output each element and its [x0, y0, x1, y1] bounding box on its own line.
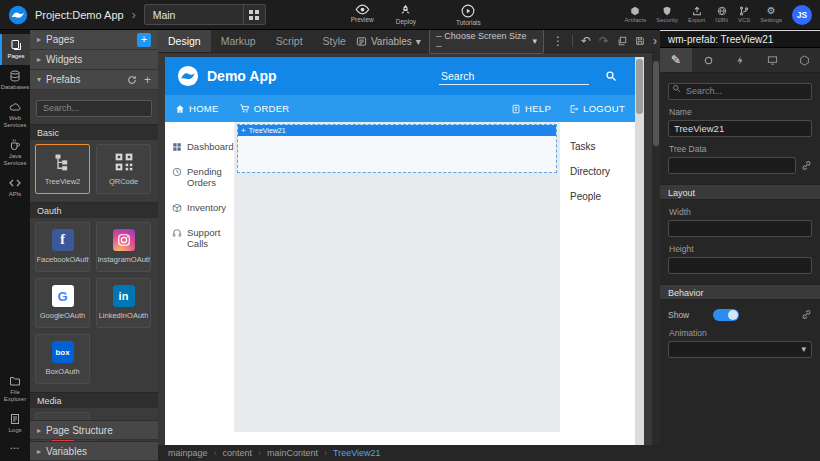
expand-node-icon[interactable]: + [241, 127, 246, 135]
preview-button[interactable]: Preview [351, 4, 374, 23]
page-selector-dropdown[interactable]: Main [144, 4, 266, 25]
page-content-area[interactable]: + TreeView21 [235, 122, 559, 432]
name-field[interactable] [668, 120, 812, 137]
accordion-pages[interactable]: ▸ Pages + [30, 30, 158, 50]
user-avatar[interactable]: JS [792, 5, 812, 25]
prefab-card-treeview2[interactable]: TreeView2 [35, 144, 90, 194]
nav-order[interactable]: ORDER [239, 103, 290, 114]
canvas-scrollbar-thumb[interactable] [636, 59, 643, 114]
prefab-search-input[interactable] [36, 100, 152, 117]
breadcrumb-item-treeview21[interactable]: TreeView21 [333, 448, 381, 458]
design-surface: Demo App Search HOME ORDER HELP [158, 53, 660, 445]
accordion-variables[interactable]: ▸ Variables [30, 441, 158, 461]
prefab-card-facebookoauth[interactable]: f FacebookOAuth [35, 222, 90, 272]
breadcrumb-item-content[interactable]: content [223, 448, 253, 458]
inspector-tab-security[interactable] [788, 48, 820, 72]
treeview-icon [52, 151, 74, 173]
refresh-icon[interactable] [127, 75, 137, 85]
property-search-input[interactable] [668, 83, 812, 100]
width-field[interactable] [668, 220, 812, 237]
tree-data-field[interactable] [668, 157, 796, 174]
sidebar-item-support-calls[interactable]: Support Calls [165, 220, 234, 256]
prefab-card-instagramoauth[interactable]: InstagramOAuth [96, 222, 151, 272]
rail-item-pages[interactable]: Pages [0, 34, 30, 65]
kebab-menu-icon[interactable]: ⋮ [552, 35, 564, 47]
coffee-cup-icon [9, 139, 21, 151]
toolbar-overflow-icon[interactable]: › [653, 35, 657, 47]
show-toggle[interactable] [713, 309, 739, 321]
tab-design[interactable]: Design [158, 30, 211, 52]
inspector-tab-styles[interactable] [692, 48, 724, 72]
section-media: Media [30, 392, 158, 408]
prefab-card-linkedinoauth[interactable]: in LinkedInOAuth [96, 278, 151, 328]
cloud-icon [9, 101, 21, 113]
prefab-card-googleoauth[interactable]: G GoogleOAuth [35, 278, 90, 328]
accordion-page-structure[interactable]: ▸ Page Structure [30, 420, 158, 440]
rail-item-web-services[interactable]: Web Services [0, 96, 30, 134]
add-page-button[interactable]: + [137, 33, 151, 47]
nav-logout[interactable]: LOGOUT [569, 103, 625, 114]
bind-link-icon[interactable] [801, 309, 812, 320]
variables-dropdown[interactable]: Variables ▾ [356, 36, 421, 47]
sidebar-item-dashboard[interactable]: Dashboard [165, 134, 234, 159]
list-item-directory[interactable]: Directory [560, 159, 635, 184]
list-item-people[interactable]: People [560, 184, 635, 209]
sidebar-item-inventory[interactable]: Inventory [165, 195, 234, 220]
breadcrumb-item-mainpage[interactable]: mainpage [168, 448, 208, 458]
height-field[interactable] [668, 257, 812, 274]
accordion-widgets[interactable]: ▸ Widgets [30, 50, 158, 70]
tab-script[interactable]: Script [266, 30, 313, 52]
list-item-tasks[interactable]: Tasks [560, 134, 635, 159]
redo-button[interactable]: ↷ [599, 35, 609, 47]
canvas-scrollbar[interactable] [635, 57, 644, 445]
artifacts-button[interactable]: Artifacts [625, 6, 647, 23]
treeview-widget-body[interactable] [238, 136, 556, 172]
search-icon[interactable] [605, 70, 617, 82]
rail-item-logs[interactable]: Logs [0, 408, 30, 439]
tab-markup[interactable]: Markup [211, 30, 266, 52]
screen-size-select[interactable]: -- Choose Screen Size -- ▾ [429, 28, 544, 54]
export-button[interactable]: Export [688, 6, 705, 23]
tab-style[interactable]: Style [313, 30, 356, 52]
rail-item-apis[interactable]: APIs [0, 172, 30, 203]
rail-item-file-explorer[interactable]: File Explorer [0, 370, 30, 408]
rail-item-java-services[interactable]: Java Services [0, 134, 30, 172]
save-icon[interactable] [635, 36, 645, 46]
rail-item-databases[interactable]: Databases [0, 65, 30, 96]
prefab-card-qrcode[interactable]: QRCode [96, 144, 151, 194]
import-prefab-button[interactable]: + [144, 73, 151, 87]
animation-select[interactable]: ▾ [668, 341, 812, 358]
rail-more-button[interactable]: ••• [0, 439, 30, 457]
vcs-button[interactable]: VCS [738, 6, 750, 23]
accordion-prefabs[interactable]: ▾ Prefabs + [30, 70, 158, 90]
inspector-tab-devices[interactable] [756, 48, 788, 72]
tutorials-button[interactable]: Tutorials [456, 4, 481, 26]
editor-scrollbar[interactable] [652, 53, 660, 445]
settings-button[interactable]: ⚙ Settings [760, 6, 782, 23]
nav-help[interactable]: HELP [511, 103, 551, 114]
editor-scrollbar-thumb[interactable] [653, 61, 659, 146]
rocket-icon [399, 4, 412, 17]
deploy-button[interactable]: Deploy [396, 4, 416, 25]
grid-icon[interactable] [243, 5, 265, 24]
section-layout: Layout [660, 184, 820, 200]
app-search-input[interactable]: Search [439, 68, 589, 85]
undo-button[interactable]: ↶ [581, 35, 591, 47]
i18n-label: I18N [715, 17, 728, 23]
sidebar-item-pending-orders[interactable]: Pending Orders [165, 159, 234, 195]
inspector-tab-events[interactable] [724, 48, 756, 72]
page-right-column: Tasks Directory People [559, 122, 635, 432]
treeview-widget-label: TreeView21 [249, 127, 286, 134]
inspector-tab-properties[interactable]: ✎ [660, 48, 692, 72]
chevron-collapsed-icon: ▸ [37, 35, 41, 44]
prefab-card-boxoauth[interactable]: box BoxOAuth [35, 334, 90, 384]
treeview-widget-selected[interactable]: + TreeView21 [237, 124, 557, 173]
nav-home[interactable]: HOME [175, 103, 219, 114]
show-label: Show [668, 310, 689, 320]
breadcrumb-item-maincontent[interactable]: mainContent [267, 448, 318, 458]
bind-link-icon[interactable] [801, 160, 812, 171]
copy-icon[interactable] [617, 36, 627, 46]
i18n-button[interactable]: I18N [715, 6, 728, 23]
security-button[interactable]: Security [656, 6, 678, 23]
treeview-widget-header[interactable]: + TreeView21 [238, 125, 556, 136]
